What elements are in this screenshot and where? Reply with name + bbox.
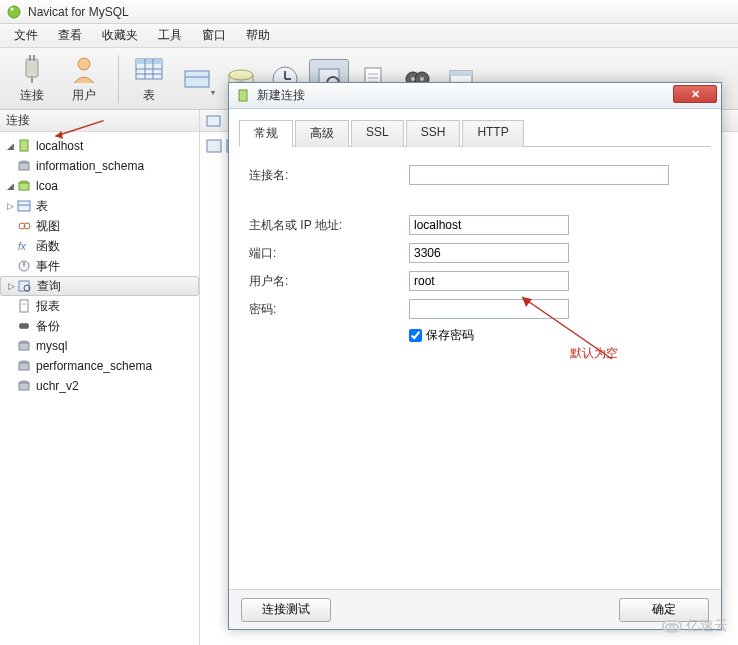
- svg-rect-58: [207, 116, 220, 126]
- svg-rect-48: [20, 300, 28, 312]
- svg-rect-39: [18, 201, 30, 211]
- toolbar-view-button[interactable]: [177, 59, 217, 99]
- annotation-text: 默认为空: [570, 345, 618, 362]
- window-titlebar: Navicat for MySQL: [0, 0, 738, 24]
- tree-reports[interactable]: 报表: [0, 296, 199, 316]
- menu-favorites[interactable]: 收藏夹: [92, 24, 148, 47]
- connection-sidebar: 连接 ◢ localhost information_schema ◢ lcoa…: [0, 110, 200, 645]
- user-icon: [68, 53, 100, 85]
- connection-tree[interactable]: ◢ localhost information_schema ◢ lcoa ▷ …: [0, 132, 199, 645]
- tree-backups[interactable]: 备份: [0, 316, 199, 336]
- svg-rect-3: [29, 55, 31, 61]
- pass-label: 密码:: [249, 301, 409, 318]
- connection-form: 连接名: 主机名或 IP 地址: 端口: 用户名: 密码:: [239, 147, 711, 354]
- table-icon: [133, 53, 165, 85]
- pass-input[interactable]: [409, 299, 569, 319]
- tree-views[interactable]: 视图: [0, 216, 199, 236]
- tree-lcoa[interactable]: ◢ lcoa: [0, 176, 199, 196]
- connect-button[interactable]: 连接: [8, 51, 56, 107]
- menu-file[interactable]: 文件: [4, 24, 48, 47]
- menu-bar: 文件 查看 收藏夹 工具 窗口 帮助: [0, 24, 738, 48]
- tree-functions[interactable]: fx 函数: [0, 236, 199, 256]
- close-button[interactable]: ✕: [673, 85, 717, 103]
- svg-rect-63: [239, 90, 247, 101]
- watermark-icon: [662, 620, 682, 632]
- svg-rect-2: [26, 59, 38, 77]
- database-icon: [16, 358, 32, 374]
- plug-icon: [16, 53, 48, 85]
- tree-queries[interactable]: ▷ 查询: [0, 276, 199, 296]
- tab-http[interactable]: HTTP: [462, 120, 523, 147]
- close-icon: ✕: [691, 88, 700, 101]
- tree-events[interactable]: 事件: [0, 256, 199, 276]
- dialog-title: 新建连接: [257, 87, 305, 104]
- database-icon: [16, 158, 32, 174]
- dialog-tabs: 常规 高级 SSL SSH HTTP: [239, 119, 711, 147]
- tree-performance-schema[interactable]: performance_schema: [0, 356, 199, 376]
- database-open-icon: [16, 178, 32, 194]
- toolbar-separator: [118, 55, 119, 103]
- mini-open-icon[interactable]: [206, 113, 222, 129]
- menu-tools[interactable]: 工具: [148, 24, 192, 47]
- views-icon: [16, 218, 32, 234]
- svg-rect-4: [33, 55, 35, 61]
- dialog-titlebar[interactable]: 新建连接 ✕: [229, 83, 721, 109]
- menu-window[interactable]: 窗口: [192, 24, 236, 47]
- host-input[interactable]: [409, 215, 569, 235]
- user-button[interactable]: 用户: [60, 51, 108, 107]
- reports-icon: [16, 298, 32, 314]
- svg-rect-55: [19, 363, 29, 370]
- watermark: 亿速云: [662, 617, 728, 635]
- svg-rect-33: [450, 71, 472, 76]
- connection-icon: [16, 138, 32, 154]
- svg-rect-34: [20, 140, 28, 151]
- table-button[interactable]: 表: [125, 51, 173, 107]
- save-password-label: 保存密码: [426, 327, 474, 344]
- watermark-text: 亿速云: [686, 617, 728, 635]
- tree-localhost[interactable]: ◢ localhost: [0, 136, 199, 156]
- svg-point-30: [411, 77, 415, 81]
- new-connection-dialog: 新建连接 ✕ 常规 高级 SSL SSH HTTP 连接名: 主机名或 IP 地…: [228, 82, 722, 630]
- svg-rect-12: [185, 71, 209, 87]
- database-icon: [16, 378, 32, 394]
- test-connection-button[interactable]: 连接测试: [241, 598, 331, 622]
- menu-view[interactable]: 查看: [48, 24, 92, 47]
- database-icon: [16, 338, 32, 354]
- svg-point-15: [229, 70, 253, 80]
- tab-general[interactable]: 常规: [239, 120, 293, 147]
- app-icon: [6, 4, 22, 20]
- save-password-checkbox[interactable]: [409, 329, 422, 342]
- queries-icon: [17, 278, 33, 294]
- conn-name-label: 连接名:: [249, 167, 409, 184]
- tree-information-schema[interactable]: information_schema: [0, 156, 199, 176]
- svg-rect-57: [19, 383, 29, 390]
- backups-icon: [16, 318, 32, 334]
- tables-icon: [16, 198, 32, 214]
- tree-tables[interactable]: ▷ 表: [0, 196, 199, 216]
- svg-rect-61: [207, 140, 221, 152]
- content-item-icon[interactable]: [206, 138, 222, 154]
- svg-rect-53: [19, 343, 29, 350]
- dialog-footer: 连接测试 确定: [229, 589, 721, 629]
- tree-mysql[interactable]: mysql: [0, 336, 199, 356]
- svg-text:fx: fx: [18, 241, 27, 252]
- svg-rect-36: [19, 163, 29, 170]
- svg-point-31: [420, 77, 424, 81]
- svg-rect-38: [19, 183, 29, 190]
- user-label: 用户名:: [249, 273, 409, 290]
- table-label: 表: [143, 87, 155, 104]
- svg-point-1: [11, 7, 14, 10]
- user-input[interactable]: [409, 271, 569, 291]
- menu-help[interactable]: 帮助: [236, 24, 280, 47]
- tab-ssl[interactable]: SSL: [351, 120, 404, 147]
- tree-uchr-v2[interactable]: uchr_v2: [0, 376, 199, 396]
- conn-name-input[interactable]: [409, 165, 669, 185]
- window-title: Navicat for MySQL: [28, 5, 129, 19]
- port-input[interactable]: [409, 243, 569, 263]
- svg-point-0: [8, 6, 20, 18]
- tab-ssh[interactable]: SSH: [406, 120, 461, 147]
- svg-point-5: [78, 58, 90, 70]
- tab-advanced[interactable]: 高级: [295, 120, 349, 147]
- connection-icon: [235, 88, 251, 104]
- functions-icon: fx: [16, 238, 32, 254]
